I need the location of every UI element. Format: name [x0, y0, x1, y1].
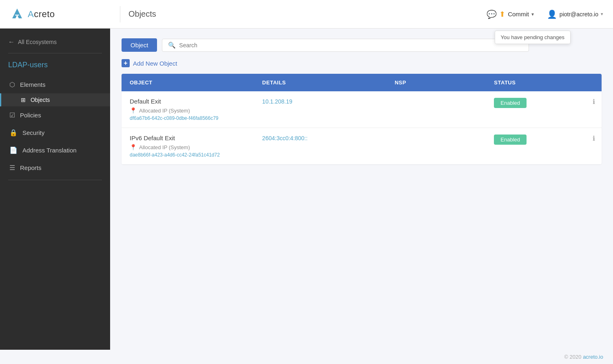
back-arrow-icon: ← [8, 38, 15, 46]
elements-icon: ⬡ [9, 81, 15, 88]
sidebar-item-label-security: Security [22, 129, 44, 136]
footer-copy: © 2020 [564, 354, 581, 360]
col-object: OBJECT [130, 79, 262, 86]
table-header: OBJECT DETAILS NSP STATUS [122, 74, 602, 91]
user-email: piotr@acreto.io [560, 11, 598, 18]
row1-status-cell: Enabled [494, 98, 593, 108]
upload-icon: ⬆ [499, 10, 505, 19]
sidebar-item-label-objects: Objects [31, 97, 50, 103]
sidebar-item-label-reports: Reports [20, 164, 42, 171]
sidebar: ← All Ecosystems LDAP-users ⬡ Elements ⊞… [0, 29, 110, 350]
add-new-label: Add New Object [133, 60, 177, 67]
row2-detail-ip: 2604:3cc0:4:800:: [262, 135, 308, 141]
col-status: STATUS [494, 79, 593, 86]
reports-icon: ☰ [9, 164, 15, 172]
sidebar-divider-top [8, 53, 102, 53]
row1-status-badge: Enabled [494, 98, 527, 108]
row1-details-cell: 10.1.208.19 [262, 98, 395, 105]
row2-sub: 📍 Allocated IP (System) [130, 144, 262, 150]
back-all-ecosystems-button[interactable]: ← All Ecosystems [0, 33, 110, 51]
row1-sub: 📍 Allocated IP (System) [130, 107, 262, 114]
sidebar-item-objects[interactable]: ⊞ Objects [0, 93, 110, 106]
sidebar-item-policies[interactable]: ☑ Policies [0, 106, 110, 124]
pending-label: You have pending changes [501, 34, 564, 40]
commit-label: Commit [508, 11, 529, 18]
add-new-object-row[interactable]: + Add New Object [122, 59, 602, 67]
ecosystem-name-text: DAP-users [12, 61, 48, 69]
search-input[interactable] [179, 42, 523, 49]
sidebar-item-label-elements: Elements [20, 81, 46, 88]
row1-id: df6a67b6-642c-c089-0dbe-f46fa8566c79 [130, 115, 262, 121]
table-row: Default Exit 📍 Allocated IP (System) df6… [122, 91, 602, 128]
add-new-plus-icon: + [122, 59, 130, 67]
row2-info-icon[interactable]: ℹ [593, 135, 595, 142]
security-icon: 🔒 [9, 129, 18, 137]
ecosystem-accent: L [8, 61, 12, 69]
logo-accent: A [28, 9, 34, 19]
sidebar-item-reports[interactable]: ☰ Reports [0, 159, 110, 176]
row1-detail-ip: 10.1.208.19 [262, 98, 292, 105]
pending-tooltip: You have pending changes [495, 31, 571, 44]
content-area: Object 🔍 + Add New Object OBJECT DETAILS… [110, 29, 613, 350]
page-title: Objects [120, 9, 482, 19]
allocated-ip-icon-1: 📍 [130, 107, 137, 114]
top-header: Acreto Objects 💬 ⬆ Commit ▾ You have pen… [0, 0, 613, 29]
sidebar-divider-bottom [8, 180, 102, 180]
user-chevron-icon: ▾ [601, 11, 603, 17]
row2-id: dae8b66f-a423-a4d6-cc42-24fa51c41d72 [130, 152, 262, 158]
row2-status-badge: Enabled [494, 135, 527, 145]
header-right: 💬 ⬆ Commit ▾ You have pending changes 👤 … [482, 7, 603, 22]
row1-sub-label: Allocated IP (System) [139, 108, 190, 114]
allocated-ip-icon-2: 📍 [130, 144, 137, 150]
row2-name: IPv6 Default Exit [130, 135, 262, 141]
footer-link[interactable]: acreto.io [583, 354, 603, 360]
col-nsp: NSP [395, 79, 494, 86]
chevron-down-icon: ▾ [531, 11, 534, 17]
row1-name: Default Exit [130, 98, 262, 105]
policies-icon: ☑ [9, 111, 15, 119]
back-label: All Ecosystems [18, 39, 57, 45]
commit-button[interactable]: 💬 ⬆ Commit ▾ [482, 7, 539, 22]
address-translation-icon: 📄 [9, 146, 18, 154]
logo-icon [10, 7, 24, 22]
col-details: DETAILS [262, 79, 395, 86]
sidebar-item-label-address-translation: Address Translation [22, 147, 77, 154]
object-filter-button[interactable]: Object [122, 38, 157, 52]
sidebar-item-label-policies: Policies [20, 112, 41, 119]
ecosystem-name: LDAP-users [0, 57, 110, 76]
objects-table: OBJECT DETAILS NSP STATUS Default Exit 📍… [122, 74, 602, 164]
logo-area: Acreto [10, 7, 120, 22]
table-row: IPv6 Default Exit 📍 Allocated IP (System… [122, 128, 602, 164]
sidebar-item-security[interactable]: 🔒 Security [0, 124, 110, 141]
search-icon: 🔍 [168, 42, 176, 49]
row2-details-cell: 2604:3cc0:4:800:: [262, 135, 395, 142]
row1-object-cell: Default Exit 📍 Allocated IP (System) df6… [130, 98, 262, 121]
row2-status-cell: Enabled [494, 135, 593, 145]
user-menu-button[interactable]: 👤 piotr@acreto.io ▾ [547, 9, 603, 19]
logo-text: Acreto [28, 9, 55, 20]
user-icon: 👤 [547, 9, 557, 19]
sidebar-item-elements[interactable]: ⬡ Elements [0, 76, 110, 93]
commit-icon: 💬 [487, 9, 497, 19]
main-layout: ← All Ecosystems LDAP-users ⬡ Elements ⊞… [0, 29, 613, 350]
sidebar-item-address-translation[interactable]: 📄 Address Translation [0, 141, 110, 159]
row2-object-cell: IPv6 Default Exit 📍 Allocated IP (System… [130, 135, 262, 158]
row1-info-icon[interactable]: ℹ [593, 98, 595, 106]
footer: © 2020 acreto.io [0, 350, 613, 364]
search-wrapper: 🔍 [162, 39, 529, 52]
objects-icon: ⊞ [21, 97, 26, 103]
row2-sub-label: Allocated IP (System) [139, 144, 190, 150]
